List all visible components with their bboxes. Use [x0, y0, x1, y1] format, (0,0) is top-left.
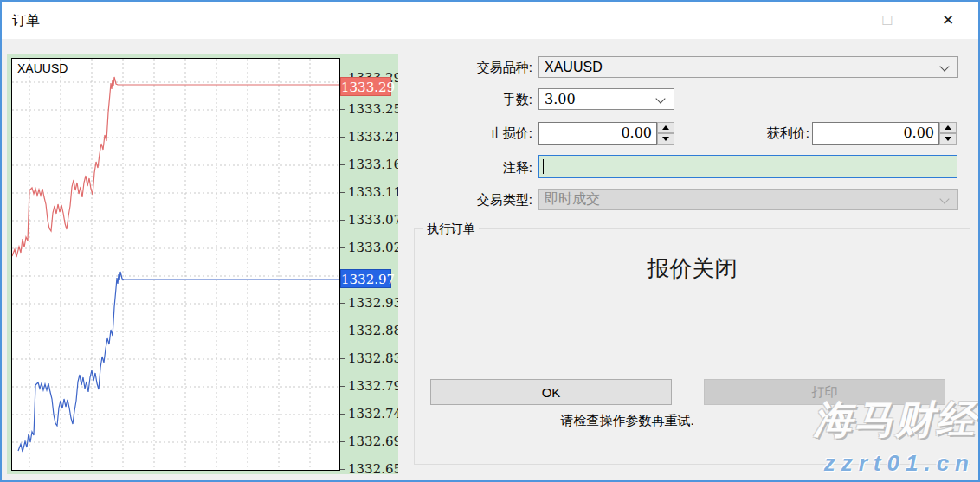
chevron-down-icon: [939, 61, 949, 71]
price-scale-label: 1332.65: [340, 460, 398, 474]
minimize-button[interactable]: —: [796, 2, 857, 39]
status-message: 请检查操作参数再重试.: [430, 413, 824, 429]
ask-tick-line: [12, 77, 339, 257]
bid-tick-line: [18, 272, 339, 452]
comment-field-wrap: [538, 155, 957, 178]
quotes-closed-message: 报价关闭: [415, 254, 970, 284]
bid-price-badge: 1332.97: [340, 269, 391, 288]
stop-loss-label: 止损价:: [394, 122, 532, 145]
take-profit-label: 获利价:: [671, 122, 809, 145]
take-profit-value[interactable]: 0.00: [812, 122, 939, 145]
chart-symbol-label: XAUUSD: [17, 61, 68, 75]
comment-label: 注释:: [394, 157, 532, 178]
price-scale-label: 1332.88: [340, 322, 398, 339]
stop-loss-spinner: 0.00: [538, 122, 674, 145]
symbol-select-value: XAUUSD: [545, 60, 603, 75]
execution-group-title: 执行订单: [423, 222, 479, 237]
price-scale: 1333.291333.251333.211333.161333.111333.…: [340, 54, 398, 474]
tick-chart-plot: XAUUSD: [11, 58, 340, 471]
ask-price-badge: 1333.29: [340, 77, 391, 96]
arrow-up-icon: [662, 125, 669, 130]
close-button[interactable]: ✕: [918, 2, 978, 39]
price-scale-label: 1333.25: [340, 100, 398, 118]
symbol-label: 交易品种:: [394, 56, 532, 78]
arrow-up-icon: [945, 125, 951, 130]
price-scale-label: 1332.79: [340, 377, 398, 395]
price-scale-label: 1332.69: [340, 433, 398, 450]
price-scale-label: 1333.02: [340, 239, 398, 256]
chart-gridlines: [12, 59, 339, 470]
execution-groupbox: 执行订单 报价关闭: [414, 228, 970, 465]
stop-loss-value[interactable]: 0.00: [538, 122, 657, 145]
price-scale-label: 1333.07: [340, 211, 398, 228]
arrow-down-icon: [662, 137, 669, 141]
order-type-value: 即时成交: [545, 190, 600, 209]
tick-chart-svg: [12, 59, 339, 470]
volume-select-value: 3.00: [545, 91, 576, 107]
print-button: 打印: [704, 379, 945, 405]
window-controls: — ☐ ✕: [796, 2, 978, 39]
symbol-select[interactable]: XAUUSD: [538, 56, 958, 78]
volume-label: 手数:: [394, 88, 532, 110]
take-profit-decrement-button[interactable]: [939, 133, 957, 145]
price-scale-label: 1332.93: [340, 294, 398, 312]
order-type-select: 即时成交: [538, 189, 958, 210]
price-scale-label: 1333.16: [340, 156, 398, 173]
chevron-down-icon: [655, 93, 665, 103]
price-scale-label: 1333.11: [340, 183, 398, 201]
maximize-button: ☐: [857, 2, 918, 39]
text-caret: [543, 159, 544, 174]
take-profit-increment-button[interactable]: [939, 122, 957, 133]
arrow-down-icon: [945, 137, 951, 141]
price-scale-label: 1333.21: [340, 128, 398, 145]
window-title: 订单: [12, 2, 40, 39]
volume-select[interactable]: 3.00: [538, 88, 674, 110]
ok-button[interactable]: OK: [430, 379, 672, 405]
price-scale-label: 1332.83: [340, 350, 398, 367]
price-scale-label: 1332.74: [340, 405, 398, 422]
comment-input[interactable]: [539, 156, 957, 177]
order-dialog-window: 订单 — ☐ ✕ XAUUSD 1333.291333.251333.21133…: [0, 0, 980, 482]
order-type-label: 交易类型:: [394, 189, 532, 210]
tick-chart-panel: XAUUSD 1333.291333.251333.211333.161333.…: [7, 54, 398, 474]
titlebar: 订单 — ☐ ✕: [2, 2, 978, 39]
chevron-down-icon: [939, 194, 949, 203]
take-profit-spinner: 0.00: [812, 122, 957, 145]
